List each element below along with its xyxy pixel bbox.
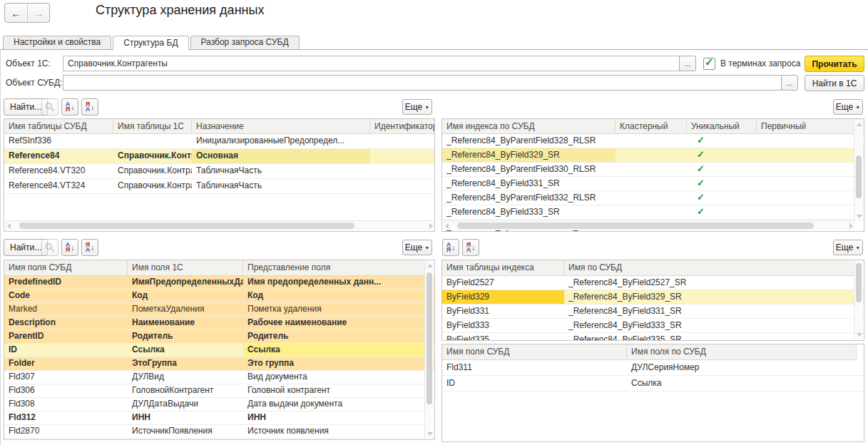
table-cell[interactable]: ID xyxy=(4,344,128,357)
scroll-up-icon[interactable] xyxy=(427,264,433,267)
table-row[interactable]: _Referenc84_ByField333_SR✓ xyxy=(442,205,864,220)
table-cell[interactable]: Имя предопределенных данн... xyxy=(243,276,429,289)
table-row[interactable]: Fld307ДУЛВидВид документа xyxy=(4,371,434,384)
column-header[interactable]: Уникальный xyxy=(687,119,757,134)
table-row[interactable]: ByField329_Referenc84_ByField329_SR xyxy=(442,290,864,305)
search-icon-button-tables[interactable] xyxy=(41,98,58,116)
column-header[interactable]: Идентификатор СУБД xyxy=(370,119,435,134)
table-cell[interactable] xyxy=(757,191,864,205)
table-cell[interactable]: ByField333 xyxy=(442,319,564,332)
scroll-down-icon[interactable] xyxy=(427,432,433,436)
table-cell[interactable]: Fld308 xyxy=(4,398,128,411)
table-cell[interactable]: Справочник.Контраге... xyxy=(113,164,192,178)
column-header[interactable]: Имя таблицы СУБД xyxy=(4,119,113,134)
table-cell[interactable]: _Referenc84_ByParentField332_RLSR xyxy=(442,191,616,205)
find-in-1c-button[interactable]: Найти в 1С xyxy=(805,75,864,91)
table-cell[interactable]: ТабличнаяЧасть xyxy=(192,164,370,178)
scrollbar-thumb[interactable] xyxy=(457,222,814,229)
table-cell[interactable]: Справочник.Контраге... xyxy=(113,179,192,193)
table-cell[interactable]: _Referenc84_ByField2527_SR xyxy=(564,276,857,290)
table-cell[interactable] xyxy=(616,148,687,162)
table-cell[interactable]: RefSInf336 xyxy=(4,134,113,148)
table-cell[interactable] xyxy=(113,134,192,148)
table-row[interactable]: _Referenc84_ByParentField328_RLSR✓ xyxy=(442,134,864,148)
vertical-scrollbar[interactable] xyxy=(854,261,863,339)
table-cell[interactable]: ПометкаУдаления xyxy=(128,303,243,316)
tab-query-parse[interactable]: Разбор запроса СУБД xyxy=(190,36,300,49)
scrollbar-thumb[interactable] xyxy=(427,272,432,404)
tab-settings-and-properties[interactable]: Настройки и свойства xyxy=(3,36,111,49)
table-cell[interactable]: Fld307 xyxy=(4,371,128,384)
table-cell[interactable]: Code xyxy=(4,290,128,302)
table-cell[interactable] xyxy=(370,164,435,178)
table-cell[interactable]: Головной контрагент xyxy=(243,384,429,397)
table-row[interactable]: Reference84.VT324Справочник.Контраге...Т… xyxy=(4,179,434,194)
column-header[interactable]: Имя поля 1С xyxy=(128,260,243,276)
table-cell[interactable]: _Referenc84_ByParentField328_RLSR xyxy=(442,134,616,148)
table-row[interactable]: Fld312ИННИНН xyxy=(4,411,434,425)
table-row[interactable]: ByField2527_Referenc84_ByField2527_SR xyxy=(442,276,864,290)
column-header[interactable]: Имя поля СУБД xyxy=(442,344,627,360)
scroll-left-icon[interactable] xyxy=(7,223,11,229)
table-row[interactable]: PredefinedIDИмяПредопределенныхДанн...Им… xyxy=(4,276,434,290)
scroll-up-icon[interactable] xyxy=(857,123,862,126)
table-cell[interactable]: ГоловнойКонтрагент xyxy=(128,384,243,397)
read-button[interactable]: Прочитать xyxy=(805,56,864,72)
table-cell[interactable]: _Referenc84_ByField335_SR xyxy=(564,333,857,341)
table-cell[interactable] xyxy=(757,148,864,162)
table-row[interactable]: _Referenc84_ByField331_SR✓ xyxy=(442,177,864,191)
table-cell[interactable] xyxy=(370,179,435,193)
table-cell[interactable]: Reference84 xyxy=(4,149,113,163)
object-1c-select-button[interactable]: ... xyxy=(679,56,696,71)
table-cell[interactable] xyxy=(757,163,864,176)
table-row[interactable]: Fld2870ИсточникПоявленияИсточник появлен… xyxy=(4,425,434,439)
table-cell[interactable]: Рабочее наименование xyxy=(243,317,429,329)
table-cell[interactable]: Дата выдачи документа xyxy=(243,398,429,411)
table-cell[interactable]: Ссылка xyxy=(627,376,857,391)
table-cell[interactable]: Источник появления xyxy=(243,425,429,438)
scroll-down-icon[interactable] xyxy=(857,333,862,337)
column-header[interactable]: Имя по СУБД xyxy=(564,260,857,276)
sort-asc-button-fields[interactable]: АЯ↓ xyxy=(61,239,78,256)
table-cell[interactable]: Наименование xyxy=(128,317,243,329)
table-cell[interactable]: Справочник.Контр... xyxy=(113,149,192,163)
scrollbar-thumb[interactable] xyxy=(856,155,862,198)
column-header[interactable]: Представление поля xyxy=(243,260,429,276)
table-cell[interactable]: ДУЛСерияНомер xyxy=(627,360,857,375)
tab-db-structure[interactable]: Структура БД xyxy=(113,36,188,50)
table-cell[interactable]: ByField335 xyxy=(442,333,564,341)
table-cell[interactable] xyxy=(616,191,687,205)
table-cell[interactable] xyxy=(616,177,687,190)
table-cell[interactable]: Fld312 xyxy=(4,411,128,424)
table-cell[interactable]: ЭтоГруппа xyxy=(128,357,243,370)
table-cell[interactable]: Fld311 xyxy=(442,360,627,375)
table-row[interactable]: MarkedПометкаУдаленияПометка удаления xyxy=(4,303,434,317)
table-cell[interactable]: Пометка удаления xyxy=(243,303,429,316)
query-terms-checkbox[interactable]: ✓ xyxy=(703,58,715,70)
column-header[interactable]: Имя таблицы индекса xyxy=(442,260,564,276)
column-header[interactable]: Имя таблицы 1С xyxy=(113,119,192,134)
table-cell[interactable]: ТабличнаяЧасть xyxy=(192,179,370,193)
table-cell[interactable]: Основная xyxy=(192,149,370,163)
table-cell[interactable]: ИнициализированныеПредопредел... xyxy=(192,134,370,148)
table-cell[interactable]: ДУЛВид xyxy=(128,371,243,384)
table-row[interactable]: Reference84Справочник.Контр...Основная xyxy=(4,149,434,164)
table-row[interactable]: _Referenc84_ByParentField330_RLSR✓ xyxy=(442,163,864,177)
table-cell[interactable]: _Referenc84_ByField333_SR xyxy=(442,205,616,219)
table-row[interactable]: ByField331_Referenc84_ByField331_SR xyxy=(442,305,864,319)
table-row[interactable]: Fld306ГоловнойКонтрагентГоловной контраг… xyxy=(4,384,434,398)
table-cell[interactable]: ✓ xyxy=(687,191,757,205)
table-cell[interactable] xyxy=(616,134,687,148)
table-cell[interactable]: _Referenc84_ByField331_SR xyxy=(564,305,857,318)
table-cell[interactable]: Reference84.VT324 xyxy=(4,179,113,193)
table-cell[interactable]: ✓ xyxy=(687,148,757,162)
table-cell[interactable]: ИНН xyxy=(128,411,243,424)
table-cell[interactable]: Description xyxy=(4,317,128,329)
forward-button[interactable]: → xyxy=(27,4,49,22)
table-row[interactable]: _Referenc84_ByParentField332_RLSR✓ xyxy=(442,191,864,205)
column-header[interactable]: Имя поля СУБД xyxy=(4,260,128,276)
scroll-down-icon[interactable] xyxy=(857,215,862,218)
table-cell[interactable]: _Referenc84_ByField329_SR xyxy=(564,290,857,304)
table-row[interactable]: CodeКодКод xyxy=(4,290,434,303)
table-cell[interactable]: ByField2527 xyxy=(442,276,564,290)
